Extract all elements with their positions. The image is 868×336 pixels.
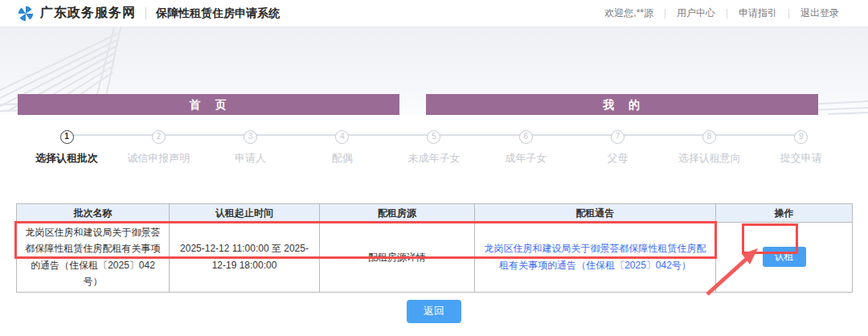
col-notice: 配租通告	[475, 204, 716, 223]
step-label: 选择认租批次	[21, 151, 113, 166]
section-bar-mine[interactable]: 我 的	[426, 94, 818, 115]
nav-apply-guide[interactable]: 申请指引	[727, 6, 788, 20]
welcome-text: 欢迎您,**源	[593, 6, 665, 20]
back-button[interactable]: 返回	[407, 300, 461, 323]
banner: 首 页 我 的	[0, 27, 868, 115]
top-bar: 广东政务服务网 保障性租赁住房申请系统 欢迎您,**源 用户中心 申请指引 退出…	[0, 0, 868, 27]
col-batch-name: 批次名称	[17, 204, 170, 223]
step-label: 配偶	[297, 151, 388, 166]
section-bar-home[interactable]: 首 页	[18, 94, 399, 115]
step-label: 未成年子女	[388, 151, 480, 166]
system-title: 保障性租赁住房申请系统	[156, 6, 280, 21]
step-submit[interactable]: 9 提交申请	[755, 128, 847, 166]
cell-house-source-link[interactable]: 配租房源详情	[320, 223, 475, 293]
batch-table: 批次名称 认租起止时间 配租房源 配租通告 操作 龙岗区住房和建设局关于御景荟都…	[16, 203, 853, 293]
step-label: 选择认租意向	[664, 151, 755, 166]
pinwheel-logo-icon	[18, 6, 34, 22]
top-nav: 欢迎您,**源 用户中心 申请指引 退出登录	[593, 6, 850, 20]
table-row: 龙岗区住房和建设局关于御景荟都保障性租赁住房配租有关事项的通告（住保租〔2025…	[17, 223, 853, 293]
cell-batch-name: 龙岗区住房和建设局关于御景荟都保障性租赁住房配租有关事项的通告（住保租〔2025…	[17, 223, 170, 293]
nav-user-center[interactable]: 用户中心	[665, 6, 727, 20]
step-label: 诚信申报声明	[113, 151, 204, 166]
step-circle: 6	[519, 130, 533, 144]
step-circle: 4	[335, 130, 349, 144]
step-circle: 1	[60, 130, 74, 144]
step-circle: 5	[427, 130, 440, 144]
nav-logout[interactable]: 退出登录	[789, 6, 850, 20]
step-circle: 9	[794, 130, 808, 144]
step-label: 申请人	[204, 151, 296, 166]
cell-notice-link[interactable]: 龙岗区住房和建设局关于御景荟都保障性租赁住房配租有关事项的通告（住保租〔2025…	[475, 223, 716, 293]
step-circle: 3	[244, 130, 257, 144]
rent-button[interactable]: 认租	[763, 247, 806, 267]
step-circle: 2	[152, 130, 166, 144]
step-circle: 8	[702, 130, 716, 144]
cell-action: 认租	[716, 223, 853, 293]
step-label: 父母	[571, 151, 663, 166]
step-label: 提交申请	[755, 151, 847, 166]
col-action: 操作	[716, 204, 853, 223]
batch-table-container: 批次名称 认租起止时间 配租房源 配租通告 操作 龙岗区住房和建设局关于御景荟都…	[16, 203, 852, 293]
table-header-row: 批次名称 认租起止时间 配租房源 配租通告 操作	[17, 204, 853, 223]
application-stepper: 1 选择认租批次 2 诚信申报声明 3 申请人 4 配偶 5 未成年子女 6 成…	[21, 128, 847, 166]
col-house-source: 配租房源	[320, 204, 475, 223]
site-name: 广东政务服务网	[40, 5, 136, 22]
step-label: 成年子女	[480, 151, 571, 166]
col-time-range: 认租起止时间	[170, 204, 320, 223]
brand-divider	[145, 7, 146, 20]
step-circle: 7	[611, 130, 624, 144]
cell-time-range: 2025-12-12 11:00:00 至 2025-12-19 18:00:0…	[170, 223, 320, 293]
